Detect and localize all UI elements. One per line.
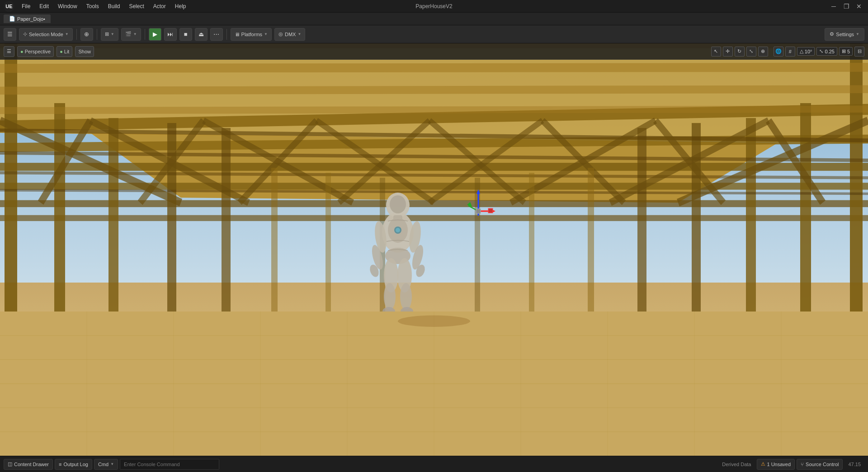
sequence-icon: 🎬 <box>125 31 132 37</box>
project-tab[interactable]: 📄 Paper_Dojo• <box>4 14 51 23</box>
snapping-icon: ⊞ <box>105 31 109 37</box>
svg-point-51 <box>396 228 400 232</box>
sequence-arrow: ▼ <box>133 32 137 36</box>
floor-tiles <box>0 312 868 456</box>
step-button[interactable]: ⏭ <box>164 28 177 41</box>
world-icon-btn[interactable]: 🌐 <box>774 47 783 57</box>
menu-build[interactable]: Build <box>104 2 124 10</box>
close-button[interactable]: ✕ <box>854 2 864 11</box>
panel-toggle-button[interactable]: ☰ <box>4 28 16 41</box>
transform-gizmo[interactable] <box>460 189 496 225</box>
perspective-label: Perspective <box>25 49 51 54</box>
svg-rect-74 <box>476 209 481 213</box>
svg-rect-43 <box>326 173 331 332</box>
selection-mode-arrow: ▼ <box>65 32 69 36</box>
menu-help[interactable]: Help <box>171 2 190 10</box>
menu-edit[interactable]: Edit <box>36 2 52 10</box>
cmd-arrow: ▼ <box>110 462 114 466</box>
minimize-button[interactable]: ─ <box>828 2 839 11</box>
source-control-icon: ⑂ <box>801 462 804 467</box>
platforms-icon: 🖥 <box>235 32 240 37</box>
stop-button[interactable]: ■ <box>179 28 192 41</box>
perspective-button[interactable]: ● Perspective <box>17 46 54 57</box>
settings-arrow: ▼ <box>856 32 859 36</box>
show-label: Show <box>78 49 91 54</box>
translate-icon-btn[interactable]: ✛ <box>723 47 733 57</box>
svg-point-53 <box>390 195 406 213</box>
project-icon: 📄 <box>9 16 15 22</box>
menu-bar: File Edit Window Tools Build Select Acto… <box>18 2 189 10</box>
selection-mode-button[interactable]: ⊹ Selection Mode ▼ <box>19 28 73 41</box>
viewport-layout-icon-btn[interactable]: ⊟ <box>854 47 864 57</box>
menu-file[interactable]: File <box>18 2 34 10</box>
universal-icon-btn[interactable]: ⊕ <box>758 47 768 57</box>
svg-rect-14 <box>800 103 811 332</box>
lit-button[interactable]: ● Lit <box>57 46 72 57</box>
add-actor-button[interactable]: ⊕ <box>80 28 93 41</box>
dmx-label: DMX <box>285 32 296 37</box>
rotation-snap-display[interactable]: △ 10° <box>797 47 815 56</box>
svg-point-63 <box>384 283 396 310</box>
scale-icon-btn[interactable]: ⤡ <box>746 47 756 57</box>
fps-display: 47.15 <box>844 462 864 467</box>
platforms-button[interactable]: 🖥 Platforms ▼ <box>231 28 272 41</box>
play-options-button[interactable]: ⋯ <box>210 28 223 41</box>
play-button[interactable]: ▶ <box>149 28 161 41</box>
window-controls: ─ ❐ ✕ <box>828 2 864 11</box>
window-title: PaperHouseV2 <box>415 3 452 9</box>
title-bar: UE File Edit Window Tools Build Select A… <box>0 0 868 13</box>
dmx-button[interactable]: ◎ DMX ▼ <box>274 28 305 41</box>
eject-button[interactable]: ⏏ <box>195 28 208 41</box>
viewport-right-controls: ↖ ✛ ↻ ⤡ ⊕ 🌐 # △ 10° ⤡ 0.25 ⊞ 5 <box>711 47 864 57</box>
scale-snap-display[interactable]: ⤡ 0.25 <box>816 47 837 56</box>
show-button[interactable]: Show <box>75 46 94 57</box>
ceiling-structure <box>0 43 868 332</box>
grid-snap-icon-btn[interactable]: # <box>785 47 795 57</box>
restore-button[interactable]: ❐ <box>841 2 852 11</box>
perspective-icon: ● <box>20 49 24 54</box>
grid-size-display[interactable]: ⊞ 5 <box>839 47 853 56</box>
svg-rect-47 <box>588 168 594 332</box>
separator-2 <box>97 29 97 40</box>
console-command-input[interactable] <box>120 459 219 470</box>
svg-rect-54 <box>393 215 402 222</box>
rotation-angle-value: 10° <box>805 49 812 54</box>
snapping-button[interactable]: ⊞ ▼ <box>101 28 118 41</box>
svg-rect-46 <box>529 173 534 332</box>
svg-point-91 <box>398 315 470 327</box>
menu-actor[interactable]: Actor <box>150 2 170 10</box>
content-drawer-button[interactable]: ◫ Content Drawer <box>4 459 53 470</box>
project-tab-bar: 📄 Paper_Dojo• <box>0 13 868 25</box>
menu-tools[interactable]: Tools <box>83 2 103 10</box>
menu-window[interactable]: Window <box>54 2 81 10</box>
platforms-arrow: ▼ <box>264 32 268 36</box>
rotation-angle-icon: △ <box>800 48 803 54</box>
output-log-button[interactable]: ≡ Output Log <box>55 459 92 470</box>
scale-icon: ⤡ <box>819 48 823 54</box>
svg-line-41 <box>0 109 868 110</box>
settings-button[interactable]: ⚙ Settings ▼ <box>825 28 864 41</box>
svg-point-66 <box>400 283 412 310</box>
dmx-icon: ◎ <box>278 31 283 37</box>
dmx-arrow: ▼ <box>297 32 301 36</box>
project-name: Paper_Dojo• <box>17 16 45 22</box>
separator-3 <box>145 29 145 40</box>
rotate-icon-btn[interactable]: ↻ <box>735 47 745 57</box>
cmd-button[interactable]: Cmd ▼ <box>94 459 118 470</box>
unsaved-icon: ⚠ <box>761 461 765 467</box>
source-control-button[interactable]: ⑂ Source Control <box>797 459 843 470</box>
platforms-label: Platforms <box>241 32 262 37</box>
unsaved-button[interactable]: ⚠ 1 Unsaved <box>757 459 795 470</box>
grid-icon: ⊞ <box>842 48 846 54</box>
ue-logo: UE <box>4 1 14 12</box>
menu-select[interactable]: Select <box>125 2 147 10</box>
viewport-menu-button[interactable]: ☰ <box>4 46 14 57</box>
select-mode-icon-btn[interactable]: ↖ <box>711 47 721 57</box>
status-bar: ◫ Content Drawer ≡ Output Log Cmd ▼ Deri… <box>0 456 868 472</box>
derived-data-info: Derived Data <box>718 462 755 467</box>
title-bar-left: UE File Edit Window Tools Build Select A… <box>4 1 189 12</box>
separator-1 <box>76 29 77 40</box>
viewport-container[interactable]: ☰ ● Perspective ● Lit Show ↖ ✛ ↻ ⤡ ⊕ 🌐 # <box>0 43 868 456</box>
sequence-button[interactable]: 🎬 ▼ <box>121 28 141 41</box>
snapping-arrow: ▼ <box>111 32 114 36</box>
